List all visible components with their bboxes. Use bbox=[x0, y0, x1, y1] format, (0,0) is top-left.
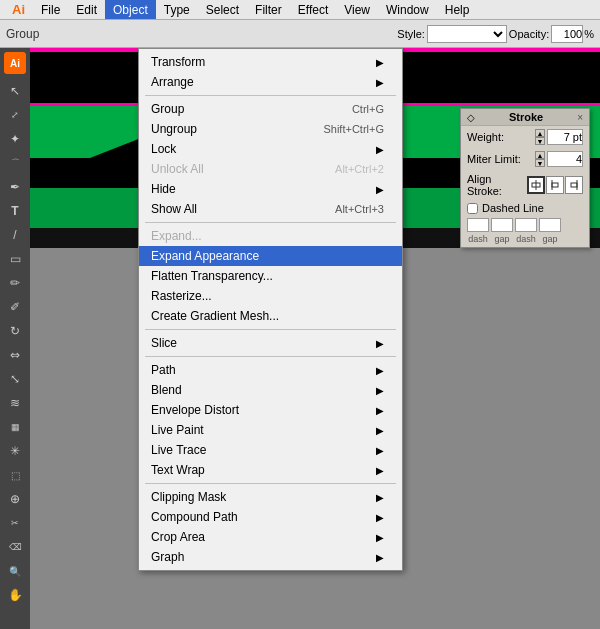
menu-hide[interactable]: Hide ▶ bbox=[139, 179, 402, 199]
direct-select-icon[interactable]: ⤢ bbox=[4, 104, 26, 126]
main-area: Ai ↖ ⤢ ✦ ⌒ ✒ T / ▭ ✏ ✐ ↻ ⇔ ⤡ ≋ ▦ ✳ ⬚ ⊕ ✂… bbox=[0, 48, 600, 629]
menu-show-all[interactable]: Show All Alt+Ctrl+3 bbox=[139, 199, 402, 219]
stroke-panel-title: Stroke bbox=[509, 111, 543, 123]
canvas-area: Transform ▶ Arrange ▶ Group Ctrl+G Ungro… bbox=[30, 48, 600, 629]
align-inside-icon[interactable] bbox=[546, 176, 564, 194]
dash-sub-labels: dash gap dash gap bbox=[461, 234, 589, 247]
rect-icon[interactable]: ▭ bbox=[4, 248, 26, 270]
select-tool-icon[interactable]: ↖ bbox=[4, 80, 26, 102]
stroke-close-button[interactable]: × bbox=[577, 112, 583, 123]
menu-ai[interactable]: Ai bbox=[4, 0, 33, 19]
menu-live-paint[interactable]: Live Paint ▶ bbox=[139, 420, 402, 440]
dashed-line-row: Dashed Line bbox=[461, 200, 589, 216]
menu-group[interactable]: Group Ctrl+G bbox=[139, 99, 402, 119]
lasso-icon[interactable]: ⌒ bbox=[4, 152, 26, 174]
menu-rasterize[interactable]: Rasterize... bbox=[139, 286, 402, 306]
menu-file[interactable]: File bbox=[33, 0, 68, 19]
align-icons-group bbox=[527, 176, 583, 194]
separator-1 bbox=[145, 95, 396, 96]
hand-icon[interactable]: ✋ bbox=[4, 584, 26, 606]
stroke-weight-row: Weight: ▲ ▼ bbox=[461, 126, 589, 148]
object-dropdown-menu: Transform ▶ Arrange ▶ Group Ctrl+G Ungro… bbox=[138, 48, 403, 571]
pencil-icon[interactable]: ✐ bbox=[4, 296, 26, 318]
gap-input-1[interactable] bbox=[491, 218, 513, 232]
text-icon[interactable]: T bbox=[4, 200, 26, 222]
menu-compound-path[interactable]: Compound Path ▶ bbox=[139, 507, 402, 527]
menu-help[interactable]: Help bbox=[437, 0, 478, 19]
blend-arrow: ▶ bbox=[376, 385, 384, 396]
menu-live-trace[interactable]: Live Trace ▶ bbox=[139, 440, 402, 460]
paintbrush-icon[interactable]: ✏ bbox=[4, 272, 26, 294]
symbol-spray-icon[interactable]: ✳ bbox=[4, 440, 26, 462]
zoom-icon[interactable]: 🔍 bbox=[4, 560, 26, 582]
opacity-input[interactable] bbox=[551, 25, 583, 43]
menu-graph[interactable]: Graph ▶ bbox=[139, 547, 402, 567]
line-icon[interactable]: / bbox=[4, 224, 26, 246]
menu-create-gradient-mesh[interactable]: Create Gradient Mesh... bbox=[139, 306, 402, 326]
graph-icon[interactable]: ▦ bbox=[4, 416, 26, 438]
graph-arrow: ▶ bbox=[376, 552, 384, 563]
dash-inputs-row bbox=[461, 216, 589, 234]
align-center-icon[interactable] bbox=[527, 176, 545, 194]
separator-4 bbox=[145, 356, 396, 357]
toolbar-row: Group Style: Opacity: % bbox=[0, 20, 600, 48]
menu-blend[interactable]: Blend ▶ bbox=[139, 380, 402, 400]
eyedrop-icon[interactable]: ⬚ bbox=[4, 464, 26, 486]
menu-slice[interactable]: Slice ▶ bbox=[139, 333, 402, 353]
menu-flatten-transparency[interactable]: Flatten Transparency... bbox=[139, 266, 402, 286]
svg-rect-13 bbox=[552, 183, 558, 187]
magic-wand-icon[interactable]: ✦ bbox=[4, 128, 26, 150]
menu-text-wrap[interactable]: Text Wrap ▶ bbox=[139, 460, 402, 480]
gap-input-2[interactable] bbox=[539, 218, 561, 232]
scale-icon[interactable]: ⤡ bbox=[4, 368, 26, 390]
menu-effect[interactable]: Effect bbox=[290, 0, 336, 19]
eraser-icon[interactable]: ⌫ bbox=[4, 536, 26, 558]
slice-icon[interactable]: ✂ bbox=[4, 512, 26, 534]
menu-select[interactable]: Select bbox=[198, 0, 247, 19]
separator-5 bbox=[145, 483, 396, 484]
miter-spin-down[interactable]: ▼ bbox=[535, 159, 545, 167]
menu-object[interactable]: Object bbox=[105, 0, 156, 19]
menu-clipping-mask[interactable]: Clipping Mask ▶ bbox=[139, 487, 402, 507]
rotate-icon[interactable]: ↻ bbox=[4, 320, 26, 342]
menu-arrange[interactable]: Arrange ▶ bbox=[139, 72, 402, 92]
live-trace-arrow: ▶ bbox=[376, 445, 384, 456]
menu-filter[interactable]: Filter bbox=[247, 0, 290, 19]
dash-input-1[interactable] bbox=[467, 218, 489, 232]
envelope-arrow: ▶ bbox=[376, 405, 384, 416]
menu-path[interactable]: Path ▶ bbox=[139, 360, 402, 380]
miter-spin-up[interactable]: ▲ bbox=[535, 151, 545, 159]
menu-view[interactable]: View bbox=[336, 0, 378, 19]
weight-spin-down[interactable]: ▼ bbox=[535, 137, 545, 145]
slice-arrow: ▶ bbox=[376, 338, 384, 349]
menu-ungroup[interactable]: Ungroup Shift+Ctrl+G bbox=[139, 119, 402, 139]
stroke-panel-icon: ◇ bbox=[467, 112, 475, 123]
menu-type[interactable]: Type bbox=[156, 0, 198, 19]
miter-label: Miter Limit: bbox=[467, 153, 521, 165]
menu-lock[interactable]: Lock ▶ bbox=[139, 139, 402, 159]
style-label: Style: bbox=[397, 28, 425, 40]
warp-icon[interactable]: ≋ bbox=[4, 392, 26, 414]
compound-path-arrow: ▶ bbox=[376, 512, 384, 523]
weight-spin-up[interactable]: ▲ bbox=[535, 129, 545, 137]
miter-input[interactable] bbox=[547, 151, 583, 167]
menu-crop-area[interactable]: Crop Area ▶ bbox=[139, 527, 402, 547]
pen-icon[interactable]: ✒ bbox=[4, 176, 26, 198]
menu-envelope-distort[interactable]: Envelope Distort ▶ bbox=[139, 400, 402, 420]
live-paint-arrow: ▶ bbox=[376, 425, 384, 436]
menu-edit[interactable]: Edit bbox=[68, 0, 105, 19]
menu-window[interactable]: Window bbox=[378, 0, 437, 19]
blend-icon[interactable]: ⊕ bbox=[4, 488, 26, 510]
clipping-mask-arrow: ▶ bbox=[376, 492, 384, 503]
style-dropdown[interactable] bbox=[427, 25, 507, 43]
group-label: Group bbox=[6, 27, 39, 41]
dashed-label: Dashed Line bbox=[482, 202, 544, 214]
dash-input-2[interactable] bbox=[515, 218, 537, 232]
align-outside-icon[interactable] bbox=[565, 176, 583, 194]
menu-expand-appearance[interactable]: Expand Appearance bbox=[139, 246, 402, 266]
opacity-label: Opacity: bbox=[509, 28, 549, 40]
mirror-icon[interactable]: ⇔ bbox=[4, 344, 26, 366]
dashed-checkbox[interactable] bbox=[467, 203, 478, 214]
menu-transform[interactable]: Transform ▶ bbox=[139, 52, 402, 72]
weight-input[interactable] bbox=[547, 129, 583, 145]
